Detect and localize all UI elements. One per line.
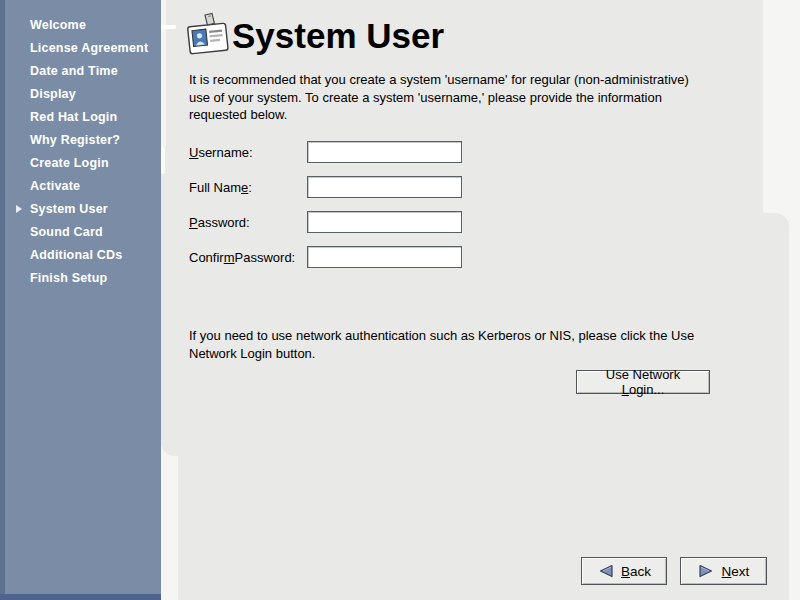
password-label: Password:: [189, 211, 250, 233]
back-button-label: Back: [621, 564, 651, 579]
intro-text: It is recommended that you create a syst…: [189, 71, 701, 124]
confirm-password-row: Confirm Password:: [189, 246, 489, 268]
use-network-login-button[interactable]: Use Network Login...: [576, 370, 710, 394]
sidebar-item-create-login: Create Login: [0, 151, 161, 174]
step-label: Activate: [30, 179, 80, 193]
step-label: System User: [30, 202, 108, 216]
sidebar-content-gap: [161, 0, 166, 146]
step-label: Why Register?: [30, 133, 120, 147]
sidebar-item-why-register: Why Register?: [0, 128, 161, 151]
back-button[interactable]: Back: [581, 557, 667, 585]
sidebar-item-welcome: Welcome: [0, 13, 161, 36]
username-field[interactable]: [307, 141, 462, 163]
full-name-row: Full Name:: [189, 176, 489, 198]
wizard-sidebar: Welcome License Agreement Date and Time …: [0, 0, 161, 600]
full-name-label: Full Name:: [189, 176, 252, 198]
sidebar-item-finish-setup: Finish Setup: [0, 266, 161, 289]
step-label: Additional CDs: [30, 248, 122, 262]
next-button[interactable]: Next: [680, 557, 767, 585]
wizard-step-list: Welcome License Agreement Date and Time …: [0, 13, 161, 289]
username-label: Username:: [189, 141, 253, 163]
username-row: Username:: [189, 141, 489, 163]
sidebar-item-system-user: System User: [0, 197, 161, 220]
sidebar-item-sound-card: Sound Card: [0, 220, 161, 243]
step-label: License Agreement: [30, 41, 148, 55]
sidebar-item-display: Display: [0, 82, 161, 105]
full-name-field[interactable]: [307, 176, 462, 198]
gap-end-highlight: [161, 146, 165, 174]
next-arrow-icon: [698, 563, 715, 579]
sidebar-item-additional-cds: Additional CDs: [0, 243, 161, 266]
password-field[interactable]: [307, 211, 462, 233]
use-network-login-label: Use Network Login...: [583, 367, 703, 397]
sidebar-item-red-hat-login: Red Hat Login: [0, 105, 161, 128]
confirm-password-label: Confirm Password:: [189, 246, 295, 268]
current-step-arrow-icon: [16, 205, 22, 213]
sidebar-item-date-and-time: Date and Time: [0, 59, 161, 82]
step-label: Create Login: [30, 156, 109, 170]
step-label: Welcome: [30, 18, 86, 32]
confirm-password-field[interactable]: [307, 246, 462, 268]
step-label: Display: [30, 87, 76, 101]
content-card-bottom: [178, 213, 789, 600]
step-label: Finish Setup: [30, 271, 107, 285]
step-label: Red Hat Login: [30, 110, 117, 124]
back-arrow-icon: [597, 563, 614, 579]
network-auth-note: If you need to use network authenticatio…: [189, 327, 701, 362]
page-title: System User: [232, 14, 444, 58]
sidebar-item-license-agreement: License Agreement: [0, 36, 161, 59]
sidebar-item-activate: Activate: [0, 174, 161, 197]
password-row: Password:: [189, 211, 489, 233]
sidebar-bottom-strip: [0, 594, 161, 600]
firstboot-window: Welcome License Agreement Date and Time …: [0, 0, 800, 600]
step-label: Sound Card: [30, 225, 103, 239]
id-badge-icon: [186, 12, 230, 60]
next-button-label: Next: [722, 564, 750, 579]
step-label: Date and Time: [30, 64, 118, 78]
